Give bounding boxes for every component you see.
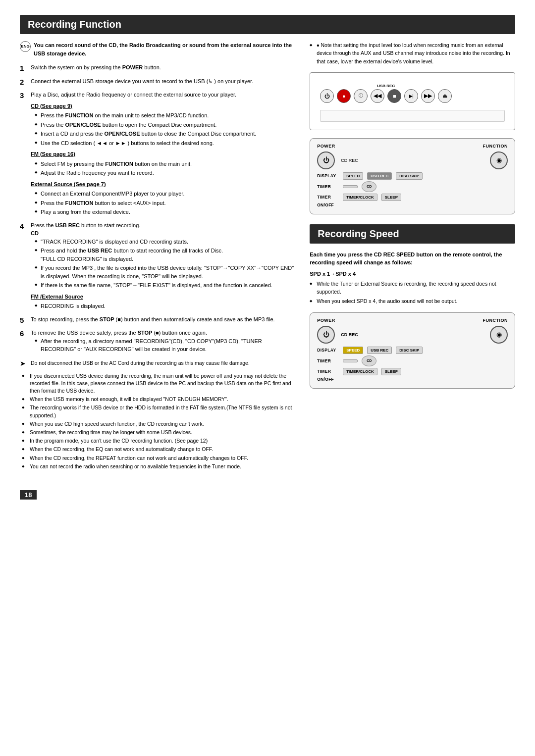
step-1: 1 Switch the system on by pressing the P…	[20, 63, 298, 73]
empty-key-1	[343, 185, 358, 188]
display-lbl-2: DISPLAY	[317, 348, 339, 353]
warning-item-3: ◆ The recording works if the USB device …	[22, 404, 298, 419]
sleep-key-2[interactable]: SLEEP	[381, 368, 401, 375]
left-column: ENG You can record sound of the CD, the …	[20, 41, 298, 475]
usbrec-key[interactable]: USB REC	[367, 172, 392, 180]
warning-item-5: ◆ Sometimes, the recording time may be l…	[22, 429, 298, 436]
warning-bullet-9: ◆	[22, 463, 28, 468]
panel-diagram-cdrec: POWER FUNCTION ⏻ CD REC ◉ DISPLAY SPEED …	[310, 312, 515, 389]
prev-btn[interactable]: ◀◀	[371, 89, 384, 103]
disc-skip-key-2[interactable]: DISC SKIP	[396, 347, 423, 354]
warning-item-2: ◆ When the USB memory is not enough, it …	[22, 396, 298, 403]
empty-key-2	[343, 359, 358, 362]
step6-bullet-1: After the recording, a directory named "…	[36, 337, 298, 353]
step-3-content: Play a Disc, adjust the Radio frequency …	[31, 91, 298, 217]
spd-bullets-block: ◆ While the Tuner or External Source is …	[310, 280, 515, 305]
warning-block: ➤ Do not disconnect the USB or the AC Co…	[20, 359, 298, 471]
panel-bottom-sub-row-4: ON/OFF	[317, 377, 508, 382]
right-note-bullet: ◆ ♦ Note that setting the input level to…	[310, 41, 515, 65]
spd-bullet-text-2: When you select SPD x 4, the audio sound…	[317, 297, 457, 305]
fm-section-title: FM (See page 16)	[31, 150, 298, 158]
cd-key[interactable]: CD	[362, 181, 376, 192]
fm-bullets: Select FM by pressing the FUNCTION butto…	[36, 160, 298, 177]
usb-rec-label: USB REC	[320, 84, 452, 88]
external-section-title: External Source (See page 7)	[31, 180, 298, 189]
warning-text-9: You can not record the radio when search…	[30, 463, 241, 470]
stop-btn[interactable]: ■	[387, 89, 401, 103]
step-5-content: To stop recording, press the STOP (■) bu…	[31, 315, 298, 324]
step-num-5: 5	[20, 315, 28, 325]
warning-item-6: ◆ In the program mode, you can't use the…	[22, 437, 298, 445]
warning-text-5: Sometimes, the recording time may be lon…	[30, 429, 192, 436]
step-3: 3 Play a Disc, adjust the Radio frequenc…	[20, 91, 298, 217]
warning-bullet-8: ◆	[22, 454, 28, 460]
timer-lbl-2: TIMER	[317, 358, 339, 363]
cd-bullet-4: Use the CD selection ( ◄◄ or ►► ) button…	[36, 139, 298, 148]
next-btn[interactable]: ▶|	[404, 89, 418, 103]
fm-bullet-1: Select FM by pressing the FUNCTION butto…	[36, 160, 298, 168]
sleep-key[interactable]: SLEEP	[381, 194, 401, 201]
disc-skip-key[interactable]: DISC SKIP	[396, 172, 423, 180]
cd-bullet-3: Insert a CD and press the OPEN/CLOSE but…	[36, 130, 298, 138]
power-label-2: POWER	[317, 318, 335, 323]
timer-clock-key[interactable]: TIMER/CLOCK	[343, 194, 377, 201]
cd-rec-sub-label: CD REC	[341, 158, 358, 163]
eject-btn[interactable]: ⏏	[438, 89, 452, 103]
intro-text: You can record sound of the CD, the Radi…	[34, 41, 298, 57]
step-4: 4 Press the USB REC button to start reco…	[20, 221, 298, 311]
info-btn[interactable]: ⓘ	[354, 89, 368, 103]
speed-key[interactable]: SPEED	[343, 172, 363, 180]
panel-func-btn[interactable]: ◉	[490, 151, 508, 169]
warning-bullet-6: ◆	[22, 437, 28, 443]
cd-rec-bullet-4: If there is the same file name, "STOP"→"…	[36, 281, 298, 290]
rec-btn[interactable]: ●	[337, 89, 351, 103]
panel-power-btn-2[interactable]: ⏻	[317, 326, 335, 344]
step-1-content: Switch the system on by pressing the POW…	[31, 63, 298, 72]
panel-func-btn-2[interactable]: ◉	[490, 326, 508, 344]
panel-sub-row-3: TIMER TIMER/CLOCK SLEEP	[317, 194, 508, 201]
right-note-text: ♦ Note that setting the input level too …	[317, 41, 515, 65]
warning-text-2: When the USB memory is not enough, it wi…	[30, 396, 228, 403]
fm-ext-bullets: RECORDING is displayed.	[36, 302, 298, 310]
speed-key-2[interactable]: SPEED	[343, 347, 363, 354]
eng-badge: ENG	[20, 41, 31, 52]
cd-rec-bullet-2: Press and hold the USB REC button to sta…	[36, 247, 298, 263]
spd-label: SPD x 1→SPD x 4	[310, 271, 356, 277]
power-btn[interactable]: ⏻	[320, 89, 334, 103]
external-bullets: Connect an External Component/MP3 player…	[36, 190, 298, 216]
warning-bullet-7: ◆	[22, 446, 28, 451]
display-area-top	[320, 110, 505, 122]
usbrec-key-2[interactable]: USB REC	[367, 347, 392, 354]
panel-btn-area-top: ⏻ CD REC ◉	[317, 151, 508, 169]
fm-ext-bullet-1: RECORDING is displayed.	[36, 302, 298, 310]
panel-power-btn[interactable]: ⏻	[317, 151, 335, 169]
step-num-3: 3	[20, 91, 28, 101]
fm-bullet-2: Adjust the Radio frequency you want to r…	[36, 169, 298, 177]
warning-bullet-2: ◆	[22, 396, 28, 401]
panel-sub-row-4: ON/OFF	[317, 202, 508, 207]
step-num-2: 2	[20, 77, 28, 87]
spd-note: SPD x 1→SPD x 4	[310, 271, 515, 277]
cd-key-2[interactable]: CD	[362, 355, 376, 366]
warning-text-3: The recording works if the USB device or…	[30, 404, 298, 419]
skip-btn[interactable]: ▶▶	[421, 89, 435, 103]
cd-section-title: CD (See page 9)	[31, 102, 298, 110]
warning-arrow-icon: ➤	[20, 359, 29, 367]
onoff-lbl: ON/OFF	[317, 202, 339, 207]
warning-arrow-item: ➤ Do not disconnect the USB or the AC Co…	[20, 359, 298, 367]
right-note: ◆ ♦ Note that setting the input level to…	[310, 41, 515, 65]
step-5: 5 To stop recording, press the STOP (■) …	[20, 315, 298, 325]
warning-item-9: ◆ You can not record the radio when sear…	[22, 463, 298, 470]
warning-item-4: ◆ When you use CD high speed search func…	[22, 420, 298, 428]
step-num-1: 1	[20, 63, 28, 73]
onoff-lbl-2: ON/OFF	[317, 377, 339, 382]
function-label-2: FUNCTION	[483, 318, 508, 323]
cd-rec-bullet-3: If you record the MP3 , the file is copi…	[36, 264, 298, 280]
timer-clock-key-2[interactable]: TIMER/CLOCK	[343, 368, 377, 375]
warning-bullet-5: ◆	[22, 429, 28, 434]
panel-btn-area-bottom: ⏻ CD REC ◉	[317, 326, 508, 344]
cd-rec-bullets: "TRACK RECORDING" is displayed and CD re…	[36, 238, 298, 290]
cd-bullet-1: Press the FUNCTION on the main unit to s…	[36, 111, 298, 120]
step-num-6: 6	[20, 329, 28, 339]
warning-bullet-4: ◆	[22, 420, 28, 426]
